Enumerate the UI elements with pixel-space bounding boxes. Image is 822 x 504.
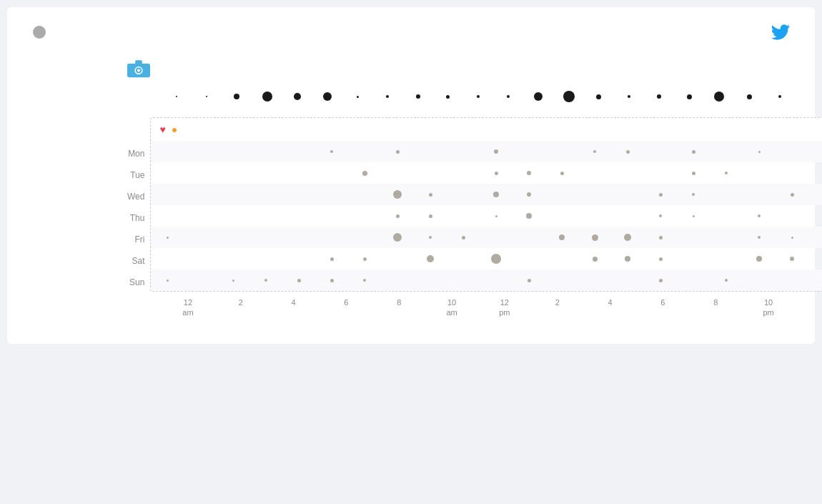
grid-cell [512,248,545,270]
x-axis-label: 12am [162,297,214,318]
x-axis-label: 4 [267,297,320,318]
grid-cell [151,227,184,248]
grid-cell [217,162,249,184]
x-axis-label: 8 [372,297,425,318]
habit-dot [563,91,575,102]
grid-cell [578,184,611,205]
grid-cell [512,270,545,291]
grid-cell [217,205,249,227]
grid-cell [512,227,545,248]
svg-rect-1 [135,60,142,64]
grid-cell [315,205,348,227]
community-dot [791,237,793,239]
community-dot [493,192,499,197]
grid-cell [776,270,808,291]
habit-dot-cell [192,96,222,97]
grid-cell [348,227,381,248]
grid-cell [611,248,644,270]
twitter-icon [771,24,791,40]
svg-point-4 [137,69,140,72]
x-axis: 12am246810am12pm246810pm [162,297,795,318]
community-header: ♥ ● [150,117,822,141]
grid-cell [447,141,480,162]
community-dot [756,256,762,262]
habit-dot [778,95,781,98]
grid-row [151,184,822,205]
habit-dot-cell [584,94,614,99]
habit-dot-cell [403,94,433,99]
grid-cell [348,270,381,291]
grid-cell [447,248,480,270]
habit-dot-cell [523,92,553,101]
grid-cell [611,162,644,184]
grid-cell [808,270,822,291]
habit-dot [262,92,272,102]
bubble-icon: ● [172,124,177,135]
community-dot [758,214,761,217]
community-dot [725,172,728,174]
community-dot [692,172,695,175]
grid-cell [545,184,578,205]
habit-dot [628,95,630,98]
grid-cell [151,184,184,205]
grid-cell [414,205,447,227]
grid-cell [315,227,348,248]
grid-cell [151,205,184,227]
grid-cell [282,227,315,248]
community-dot [297,279,301,282]
habit-dot-cell [372,95,402,98]
community-dot [725,279,728,282]
grid-cell [743,270,776,291]
grid-cell [151,248,184,270]
x-axis-label: 2 [214,297,267,318]
title-group [27,26,46,39]
grid-cell [545,227,578,248]
grid-cell [249,205,282,227]
grid-cell [677,227,710,248]
grid-cell [677,205,710,227]
grid-cell [414,227,447,248]
grid-cell [480,248,512,270]
community-dot [625,256,630,262]
grid-cell [776,205,808,227]
y-axis-label: Fri [127,229,144,250]
grid-cell [381,248,414,270]
x-axis-label: 12pm [478,297,531,318]
community-dot [758,151,761,153]
tweet-button[interactable] [771,24,795,40]
grid-cell [282,141,315,162]
grid-cell [710,248,743,270]
grid-cell [151,141,184,162]
grid-cell [808,141,822,162]
grid-cell [348,184,381,205]
community-dot [330,279,334,282]
grid-cell [808,227,822,248]
grid-cell [381,227,414,248]
community-dot [593,150,596,153]
grid-cell [480,205,512,227]
grid-cell [249,162,282,184]
grid-cell [184,248,217,270]
community-dot [527,192,531,197]
community-dot [396,150,400,154]
y-axis-label: Thu [127,207,144,229]
grid-cell [578,162,611,184]
grid-cell [512,184,545,205]
grid-cell [776,162,808,184]
habit-dot-cell [644,94,674,99]
community-dot [659,193,663,197]
community-dot [429,236,432,239]
grid-cell [249,248,282,270]
grid-cell [480,141,512,162]
community-dot [526,213,532,219]
grid-cell [710,184,743,205]
community-dot [790,257,794,261]
grid-cell [414,162,447,184]
grid-cell [776,141,808,162]
grid-cell [315,270,348,291]
grid-cell [381,270,414,291]
grid-cell [381,184,414,205]
grid-cell [644,184,677,205]
grid-cell [545,141,578,162]
info-icon[interactable] [33,26,46,39]
